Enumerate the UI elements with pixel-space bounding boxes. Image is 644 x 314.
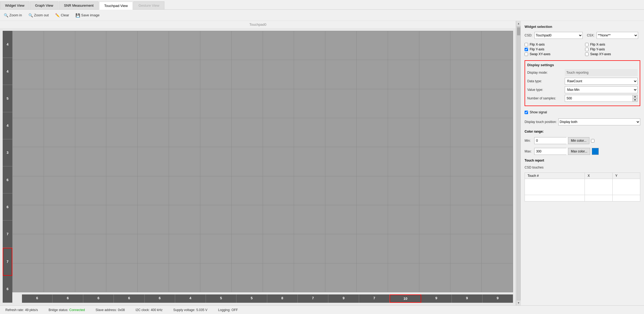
flip-y-axis-csx-checkbox[interactable] bbox=[585, 48, 589, 51]
grid-cell bbox=[325, 147, 356, 176]
refresh-rate-value: 49 pkts/s bbox=[25, 308, 38, 312]
grid-cell bbox=[357, 89, 388, 118]
y-axis-label: 7 bbox=[3, 248, 12, 276]
display-mode-label: Display mode: bbox=[527, 71, 565, 74]
grid-cell bbox=[200, 263, 231, 292]
touch-table-header-y: Y bbox=[612, 173, 640, 179]
spinbox-down[interactable]: ▼ bbox=[633, 99, 637, 102]
grid-cell bbox=[450, 176, 481, 205]
zoom-out-button[interactable]: 🔍 Zoom out bbox=[27, 13, 50, 18]
grid-cell bbox=[75, 263, 106, 292]
i2c-clock-value: 400 kHz bbox=[151, 308, 163, 312]
grid-cell bbox=[294, 263, 325, 292]
value-type-select[interactable]: Max-Min bbox=[565, 86, 638, 93]
refresh-rate-item: Refresh rate: 49 pkts/s bbox=[5, 308, 38, 312]
display-touch-position-select[interactable]: Display both bbox=[558, 118, 640, 125]
grid-cell bbox=[325, 89, 356, 118]
grid-cell bbox=[138, 205, 169, 234]
max-spinbox[interactable]: ▲ ▼ bbox=[534, 148, 566, 155]
grid-cell bbox=[294, 176, 325, 205]
tab-touchpad-view[interactable]: Touchpad View bbox=[99, 2, 133, 10]
spinbox-up[interactable]: ▲ bbox=[633, 95, 637, 99]
grid-cell bbox=[106, 31, 137, 60]
grid-cell bbox=[482, 176, 513, 205]
csd-select[interactable]: Touchpad0 bbox=[534, 32, 583, 39]
min-color-row: Min: ▲ ▼ Min color... bbox=[525, 137, 640, 144]
grid-cell bbox=[169, 89, 200, 118]
table-row bbox=[525, 179, 640, 195]
tab-widget-view[interactable]: Widget View bbox=[0, 1, 29, 9]
min-color-checkbox[interactable] bbox=[591, 139, 594, 143]
scroll-track[interactable] bbox=[517, 26, 521, 300]
tab-graph-view[interactable]: Graph View bbox=[30, 1, 58, 9]
data-type-select[interactable]: RawCount bbox=[565, 78, 638, 85]
grid-cell bbox=[388, 60, 419, 89]
status-bar: Refresh rate: 49 pkts/s Bridge status: C… bbox=[0, 305, 644, 314]
grid-cell bbox=[169, 205, 200, 234]
num-samples-spinbox[interactable]: ▲ ▼ bbox=[565, 95, 638, 102]
grid-cell bbox=[263, 60, 294, 89]
touchpad-grid[interactable] bbox=[12, 31, 513, 292]
tab-snr-measurement[interactable]: SNR Measurement bbox=[59, 1, 99, 9]
grid-cell bbox=[75, 234, 106, 263]
grid-cell bbox=[13, 89, 44, 118]
grid-cell bbox=[294, 89, 325, 118]
grid-cell bbox=[294, 234, 325, 263]
grid-cell bbox=[44, 147, 75, 176]
grid-cell bbox=[106, 60, 137, 89]
grid-cell bbox=[450, 234, 481, 263]
grid-cell bbox=[106, 89, 137, 118]
scroll-down-arrow[interactable]: ▼ bbox=[516, 300, 521, 305]
grid-cell bbox=[388, 234, 419, 263]
swap-xy-csd-checkbox[interactable] bbox=[525, 53, 528, 56]
show-signal-checkbox[interactable] bbox=[525, 111, 528, 114]
flip-x-axis-csx-label: Flip X-axis bbox=[590, 43, 605, 46]
tab-gesture-view[interactable]: Gesture View bbox=[133, 1, 164, 9]
grid-cell bbox=[419, 176, 450, 205]
num-samples-row: Number of samples: ▲ ▼ bbox=[527, 95, 638, 102]
max-color-button[interactable]: Max color... bbox=[568, 148, 590, 155]
flip-y-axis-csd-checkbox[interactable] bbox=[525, 48, 528, 51]
grid-cell bbox=[232, 147, 263, 176]
min-spinbox[interactable]: ▲ ▼ bbox=[534, 137, 566, 144]
grid-cell bbox=[106, 205, 137, 234]
grid-cell bbox=[325, 176, 356, 205]
save-image-button[interactable]: 💾 Save image bbox=[74, 13, 101, 18]
grid-cell bbox=[106, 263, 137, 292]
grid-cell bbox=[450, 89, 481, 118]
grid-cell bbox=[263, 234, 294, 263]
grid-cell bbox=[419, 234, 450, 263]
scroll-handle[interactable] bbox=[517, 27, 520, 35]
csd-label: CSD: bbox=[525, 33, 532, 37]
grid-cell bbox=[75, 176, 106, 205]
swap-xy-csx-checkbox[interactable] bbox=[585, 53, 589, 56]
grid-cell bbox=[388, 31, 419, 60]
grid-cell bbox=[482, 31, 513, 60]
data-type-label: Data type: bbox=[527, 79, 565, 83]
grid-cell bbox=[450, 31, 481, 60]
clear-button[interactable]: ✏️ Clear bbox=[54, 13, 70, 18]
grid-cell bbox=[357, 234, 388, 263]
num-samples-label: Number of samples: bbox=[527, 96, 565, 100]
grid-cell bbox=[13, 205, 44, 234]
grid-cell bbox=[200, 60, 231, 89]
zoom-in-button[interactable]: 🔍 Zoom in bbox=[3, 13, 23, 18]
scroll-sidebar[interactable]: ▲ ▼ bbox=[516, 21, 521, 305]
flip-y-axis-csd-row: Flip Y-axis bbox=[525, 47, 580, 51]
min-color-button[interactable]: Min color... bbox=[568, 137, 589, 144]
grid-cell bbox=[325, 205, 356, 234]
color-range-title: Color range: bbox=[525, 130, 640, 133]
grid-cell bbox=[419, 31, 450, 60]
show-signal-label: Show signal bbox=[530, 110, 547, 114]
grid-cell bbox=[169, 31, 200, 60]
flip-x-axis-csd-checkbox[interactable] bbox=[525, 43, 528, 46]
y-axis-label: 7 bbox=[3, 220, 12, 248]
grid-cell bbox=[169, 263, 200, 292]
scroll-up-arrow[interactable]: ▲ bbox=[516, 21, 521, 26]
flip-x-axis-csx-checkbox[interactable] bbox=[585, 43, 589, 46]
grid-cell bbox=[106, 234, 137, 263]
csx-select[interactable]: **None** bbox=[597, 32, 638, 39]
logging-value: OFF bbox=[231, 308, 238, 312]
num-samples-input[interactable] bbox=[565, 95, 632, 102]
grid-container: 66666455879710999 bbox=[12, 31, 513, 303]
